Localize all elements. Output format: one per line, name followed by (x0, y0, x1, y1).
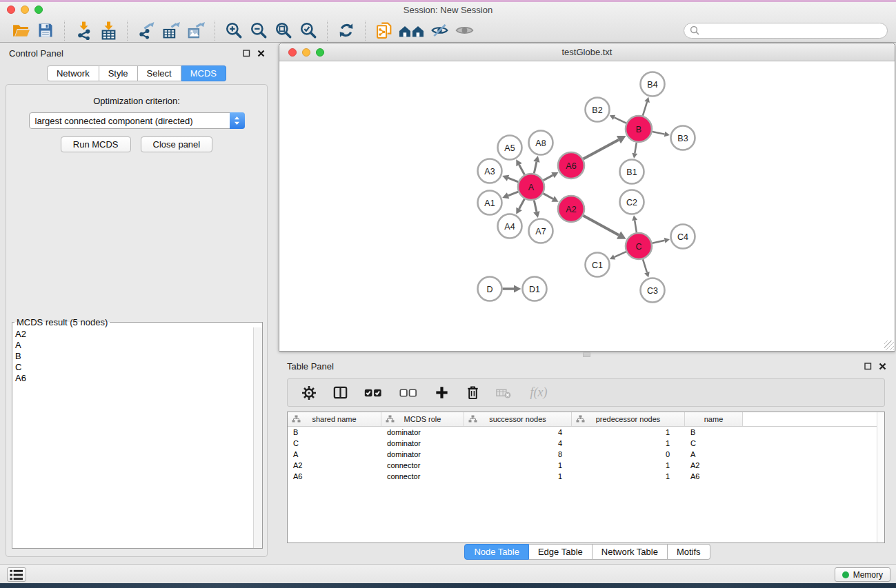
graph-node-A3[interactable]: A3 (478, 159, 502, 183)
split-view-button[interactable] (330, 383, 350, 403)
export-network-button[interactable] (134, 20, 159, 41)
table-row[interactable]: Adominator80A (288, 449, 884, 460)
graph-node-A5[interactable]: A5 (498, 136, 522, 160)
column-header-predecessor-nodes[interactable]: predecessor nodes (572, 412, 685, 426)
zoom-selected-button[interactable] (296, 20, 321, 41)
graph-edge-A-A8[interactable] (533, 156, 539, 173)
table-settings-button[interactable] (299, 383, 319, 403)
graph-node-A2[interactable]: A2 (558, 196, 584, 222)
column-header-MCDS-role[interactable]: MCDS role (381, 412, 464, 426)
delete-table-button[interactable] (494, 383, 513, 403)
minimize-window-button[interactable] (21, 6, 29, 14)
graph-node-A8[interactable]: A8 (529, 131, 553, 155)
export-table-button[interactable] (159, 20, 183, 41)
graph-edge-A6-B[interactable] (584, 136, 626, 159)
tab-network-table[interactable]: Network Table (593, 544, 668, 560)
zoom-window-button[interactable] (34, 6, 43, 14)
refresh-layout-button[interactable] (334, 20, 359, 41)
window-resize-grip[interactable] (884, 341, 894, 350)
task-history-button[interactable] (7, 567, 26, 582)
graph-edge-C-C2[interactable] (632, 215, 637, 232)
graph-edge-A-A3[interactable] (502, 175, 518, 182)
network-canvas[interactable]: B4B2BB3A8A5A6A3B1AC2A1A2A4A7C4CC1C3DD1 (279, 62, 895, 351)
select-all-button[interactable] (361, 383, 385, 403)
graph-node-B[interactable]: B (626, 116, 652, 142)
graph-node-C3[interactable]: C3 (641, 278, 665, 303)
close-panel-icon[interactable] (879, 363, 886, 370)
zoom-in-button[interactable] (221, 20, 246, 41)
graph-edge-C-C4[interactable] (653, 238, 670, 243)
mcds-result-item[interactable]: B (12, 351, 262, 362)
graph-edge-A-A4[interactable] (516, 199, 524, 214)
clone-network-button[interactable] (372, 20, 397, 41)
graph-node-A[interactable]: A (518, 174, 544, 200)
tab-motifs[interactable]: Motifs (668, 544, 710, 560)
memory-button[interactable]: Memory (835, 567, 890, 582)
network-minimize-button[interactable] (302, 48, 310, 57)
graph-node-A1[interactable]: A1 (478, 191, 502, 215)
float-panel-icon[interactable] (864, 363, 872, 370)
list-scrollbar[interactable] (253, 327, 262, 548)
apply-function-button[interactable]: f(x) (525, 383, 552, 403)
open-session-button[interactable] (8, 20, 33, 41)
graph-node-B1[interactable]: B1 (620, 160, 644, 184)
tab-edge-table[interactable]: Edge Table (529, 544, 593, 560)
graph-node-D1[interactable]: D1 (523, 277, 547, 301)
tab-network[interactable]: Network (47, 65, 99, 81)
graph-edge-A-A6[interactable] (544, 172, 559, 181)
graph-edge-A-A5[interactable] (516, 159, 524, 174)
graph-edge-A-A2[interactable] (544, 194, 559, 202)
hide-selected-button[interactable] (427, 20, 452, 41)
mcds-result-item[interactable]: A (12, 340, 262, 351)
tab-mcds[interactable]: MCDS (181, 65, 226, 81)
save-session-button[interactable] (33, 20, 58, 41)
graph-node-B2[interactable]: B2 (586, 98, 610, 122)
mcds-result-item[interactable]: C (12, 362, 262, 373)
network-zoom-button[interactable] (316, 48, 324, 57)
import-network-button[interactable] (71, 20, 96, 41)
graph-edge-A2-C[interactable] (584, 216, 626, 239)
table-scrollbar[interactable] (877, 412, 884, 543)
tab-style[interactable]: Style (99, 65, 138, 81)
column-header-shared-name[interactable]: shared name (288, 412, 381, 426)
search-input[interactable] (703, 24, 887, 37)
graph-edge-A-A1[interactable] (502, 192, 518, 199)
graph-node-C[interactable]: C (626, 233, 652, 259)
graph-node-A4[interactable]: A4 (498, 214, 522, 239)
close-window-button[interactable] (7, 6, 15, 14)
graph-node-C4[interactable]: C4 (671, 225, 695, 249)
graph-node-A7[interactable]: A7 (529, 219, 553, 243)
mcds-result-item[interactable]: A6 (12, 373, 262, 384)
network-window-titlebar[interactable]: testGlobe.txt (279, 43, 895, 61)
graph-node-C1[interactable]: C1 (586, 253, 610, 277)
graph-edge-B-B4[interactable] (643, 97, 650, 116)
table-row[interactable]: A2connector11A2 (288, 460, 884, 471)
deselect-all-button[interactable] (397, 383, 420, 403)
graph-node-C2[interactable]: C2 (620, 190, 644, 214)
column-header-name[interactable]: name (685, 412, 743, 426)
criterion-dropdown[interactable]: largest connected component (directed) (29, 112, 245, 129)
delete-column-button[interactable] (463, 383, 482, 403)
tab-select[interactable]: Select (138, 65, 181, 81)
export-image-button[interactable] (183, 20, 208, 41)
float-panel-icon[interactable] (243, 50, 250, 57)
table-row[interactable]: Bdominator41B (288, 427, 884, 438)
zoom-fit-button[interactable] (271, 20, 296, 41)
graph-edge-C-C3[interactable] (643, 259, 650, 277)
close-panel-icon[interactable] (257, 50, 265, 57)
split-pane-handle[interactable] (583, 352, 590, 357)
zoom-out-button[interactable] (246, 20, 271, 41)
graph-edge-D-D1[interactable] (503, 285, 521, 292)
network-close-button[interactable] (288, 48, 297, 57)
show-all-button[interactable] (397, 20, 427, 41)
network-graph[interactable]: B4B2BB3A8A5A6A3B1AC2A1A2A4A7C4CC1C3DD1 (279, 62, 895, 351)
graph-node-D[interactable]: D (478, 277, 502, 301)
tab-node-table[interactable]: Node Table (464, 544, 529, 560)
import-table-button[interactable] (96, 20, 121, 41)
column-header-successor-nodes[interactable]: successor nodes (464, 412, 572, 426)
run-mcds-button[interactable]: Run MCDS (61, 136, 131, 152)
add-column-button[interactable] (432, 383, 451, 403)
graph-node-B3[interactable]: B3 (671, 126, 695, 150)
graph-node-A6[interactable]: A6 (558, 152, 584, 179)
table-row[interactable]: A6connector11A6 (288, 471, 884, 482)
